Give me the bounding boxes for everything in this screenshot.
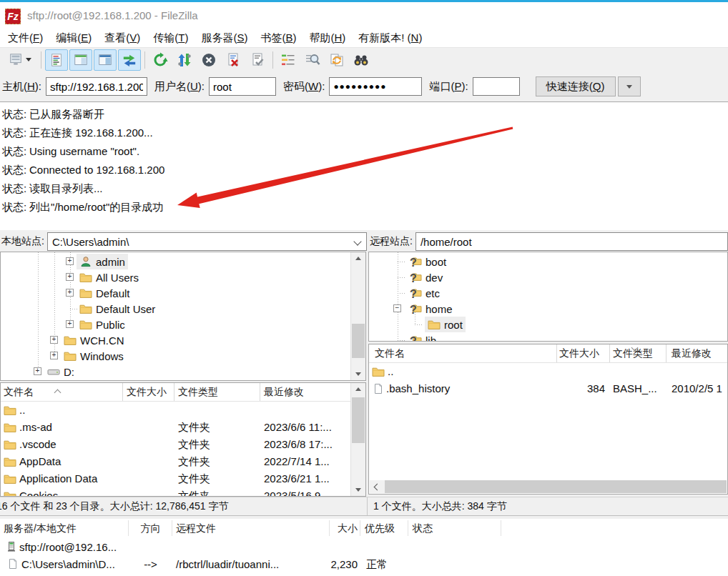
- column-divider[interactable]: [408, 520, 408, 536]
- local-list-scrollbar[interactable]: [350, 383, 365, 496]
- expander-icon[interactable]: +: [34, 367, 41, 375]
- menu-server[interactable]: 服务器(S): [195, 29, 254, 47]
- filter-button[interactable]: [277, 49, 300, 71]
- column-divider[interactable]: [360, 520, 360, 536]
- column-divider[interactable]: [501, 520, 501, 536]
- menu-bookmarks[interactable]: 书签(B): [254, 29, 302, 47]
- column-divider[interactable]: [174, 383, 174, 401]
- tree-item-wch-cn[interactable]: + WCH.CN: [1, 332, 365, 348]
- process-queue-button[interactable]: [173, 49, 196, 71]
- tree-item-root[interactable]: root: [369, 317, 727, 332]
- column-header-modified[interactable]: 最近修改: [672, 344, 712, 362]
- transfer-queue: 服务器/本地文件 方向 远程文件 大小 优先级 状态 sftp://root@1…: [0, 516, 728, 576]
- column-header-filesize[interactable]: 文件大小: [127, 383, 167, 401]
- column-header-priority[interactable]: 优先级: [365, 519, 395, 537]
- scrollbar-thumb[interactable]: [352, 324, 365, 358]
- file-row-appdata[interactable]: AppData 文件夹 2022/7/14 1...: [1, 453, 365, 470]
- column-divider[interactable]: [260, 383, 260, 401]
- check-transfers-button[interactable]: [246, 49, 269, 71]
- scroll-left-button[interactable]: [370, 480, 383, 493]
- expander-icon[interactable]: +: [66, 273, 74, 281]
- remote-site-combobox[interactable]: /home/root: [415, 232, 728, 251]
- find-files-button[interactable]: [350, 49, 373, 71]
- menu-view[interactable]: 查看(V): [98, 29, 147, 47]
- tree-item-boot[interactable]: boot: [369, 254, 727, 269]
- menu-transfer[interactable]: 传输(T): [147, 29, 195, 47]
- scrollbar-thumb[interactable]: [385, 480, 727, 493]
- scroll-up-icon[interactable]: [355, 257, 361, 260]
- combo-chevron-icon[interactable]: [353, 237, 361, 245]
- quickconnect-dropdown-button[interactable]: [618, 76, 641, 96]
- file-row-vscode[interactable]: .vscode 文件夹 2023/6/8 17:...: [1, 436, 365, 453]
- column-header-filename[interactable]: 文件名: [4, 383, 34, 401]
- tree-item-public[interactable]: + Public: [1, 317, 365, 332]
- column-divider[interactable]: [128, 520, 129, 536]
- tree-item-all-users[interactable]: + All Users: [1, 269, 365, 285]
- scroll-down-icon[interactable]: [355, 488, 361, 492]
- column-header-filename[interactable]: 文件名: [375, 344, 405, 362]
- password-input[interactable]: [329, 77, 422, 96]
- local-tree-scrollbar[interactable]: [350, 252, 365, 380]
- column-header-size[interactable]: 大小: [286, 519, 358, 537]
- expander-icon[interactable]: +: [66, 289, 74, 297]
- expander-icon[interactable]: −: [393, 304, 401, 312]
- site-manager-button[interactable]: [3, 49, 37, 71]
- refresh-button[interactable]: [149, 49, 172, 71]
- column-header-remote-file[interactable]: 远程文件: [176, 519, 216, 537]
- tree-item-d-drive[interactable]: + D:: [1, 364, 365, 379]
- site-manager-dropdown-icon[interactable]: [26, 58, 31, 61]
- remove-failed-transfers-button[interactable]: [222, 49, 245, 71]
- host-input[interactable]: [46, 77, 147, 96]
- column-header-filesize[interactable]: 文件大小: [559, 344, 599, 362]
- queue-row-server[interactable]: sftp://root@192.16...: [0, 539, 728, 556]
- column-divider[interactable]: [609, 344, 610, 362]
- file-row-application-data[interactable]: Application Data 文件夹 2023/6/21 1...: [1, 470, 365, 487]
- toggle-local-tree-button[interactable]: [69, 49, 92, 71]
- column-divider[interactable]: [122, 383, 123, 401]
- menu-new-version[interactable]: 有新版本! (N): [352, 29, 428, 47]
- remote-list-hscrollbar[interactable]: [370, 480, 727, 493]
- expander-icon[interactable]: +: [66, 257, 74, 265]
- compare-directories-button[interactable]: [301, 49, 324, 71]
- tree-item-home[interactable]: − home: [369, 301, 727, 317]
- file-row-parent[interactable]: ..: [1, 402, 365, 419]
- expander-icon[interactable]: +: [50, 352, 58, 359]
- port-input[interactable]: [473, 77, 520, 96]
- file-row-bash-history[interactable]: .bash_history 384 BASH_... 2010/2/5 1: [369, 380, 727, 397]
- queue-row-transfer[interactable]: C:\Users\admin\D... --> /rbctrl/luadir/t…: [0, 556, 728, 573]
- toggle-transfer-queue-button[interactable]: [118, 49, 141, 71]
- column-divider[interactable]: [556, 344, 557, 362]
- scroll-up-icon[interactable]: [355, 387, 361, 391]
- cancel-button[interactable]: [197, 49, 220, 71]
- file-row-ms-ad[interactable]: .ms-ad 文件夹 2023/6/6 11:...: [1, 419, 365, 436]
- scroll-down-icon[interactable]: [355, 372, 361, 376]
- tree-item-dev[interactable]: dev: [369, 269, 727, 285]
- tree-item-default-user[interactable]: Default User: [1, 301, 365, 317]
- menu-file[interactable]: 文件(F): [1, 29, 49, 47]
- tree-item-default[interactable]: + Default: [1, 285, 365, 301]
- quickconnect-button[interactable]: 快速连接(Q): [536, 76, 616, 96]
- username-input[interactable]: [209, 77, 276, 96]
- toggle-message-log-button[interactable]: [45, 49, 68, 71]
- toggle-remote-tree-button[interactable]: [94, 49, 117, 71]
- expander-icon[interactable]: +: [66, 320, 74, 328]
- tree-item-admin[interactable]: + admin: [1, 254, 365, 269]
- tree-item-lib[interactable]: lib: [369, 332, 727, 342]
- synchronized-browsing-button[interactable]: [325, 49, 348, 71]
- scrollbar-thumb[interactable]: [352, 397, 365, 443]
- tree-item-etc[interactable]: etc: [369, 285, 727, 301]
- file-row-parent[interactable]: ..: [369, 363, 727, 380]
- column-header-status[interactable]: 状态: [413, 519, 433, 537]
- column-header-direction[interactable]: 方向: [131, 519, 170, 537]
- column-header-modified[interactable]: 最近修改: [264, 383, 304, 401]
- menu-help[interactable]: 帮助(H): [302, 29, 352, 47]
- tree-item-windows[interactable]: + Windows: [1, 348, 365, 364]
- local-site-combobox[interactable]: C:\Users\admin\: [47, 232, 367, 251]
- column-divider[interactable]: [172, 520, 172, 536]
- expander-icon[interactable]: +: [50, 336, 58, 344]
- column-header-filetype[interactable]: 文件类型: [178, 383, 218, 401]
- menu-edit[interactable]: 编辑(E): [49, 29, 98, 47]
- column-divider[interactable]: [666, 344, 666, 362]
- column-header-server-local-file[interactable]: 服务器/本地文件: [4, 519, 77, 537]
- file-row-cookies[interactable]: Cookies 文件夹 2023/5/16 9...: [1, 487, 365, 497]
